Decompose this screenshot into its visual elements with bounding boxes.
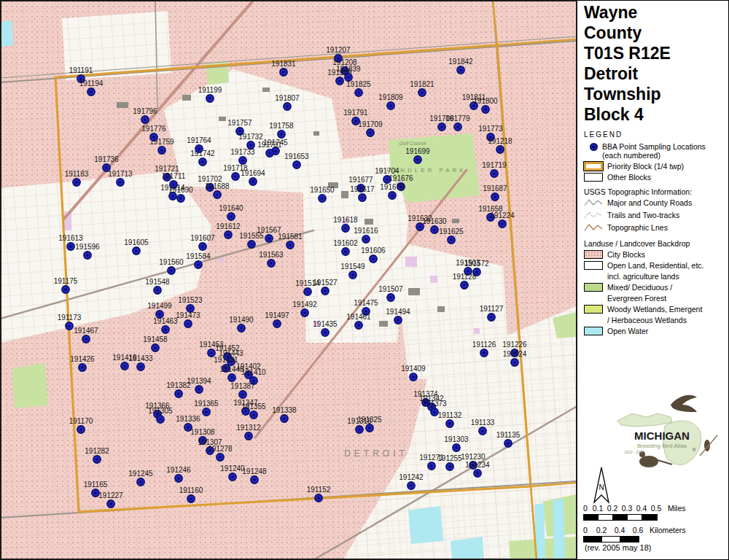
scalebar-unit: Miles xyxy=(668,504,686,513)
svg-text:191776: 191776 xyxy=(141,125,166,133)
svg-text:191653: 191653 xyxy=(284,152,309,160)
svg-text:191607: 191607 xyxy=(190,234,215,242)
svg-text:191839: 191839 xyxy=(336,65,361,73)
place-label: DETROIT xyxy=(344,448,408,459)
logo-years: 2002 - 2007 xyxy=(625,450,644,454)
svg-text:191732: 191732 xyxy=(238,133,263,141)
svg-text:191560: 191560 xyxy=(159,258,184,266)
svg-text:191613: 191613 xyxy=(58,234,83,242)
svg-text:191240: 191240 xyxy=(220,464,245,472)
logo-subtitle: Breeding Bird Atlas xyxy=(637,443,687,449)
svg-text:191549: 191549 xyxy=(340,262,365,271)
city-blocks-swatch xyxy=(584,250,603,259)
svg-text:191278: 191278 xyxy=(208,445,233,453)
svg-text:191527: 191527 xyxy=(313,279,338,287)
svg-text:191490: 191490 xyxy=(229,316,254,324)
svg-text:191618: 191618 xyxy=(333,216,358,224)
svg-text:191736: 191736 xyxy=(94,155,119,163)
usgs-heading: USGS Topographic Information: xyxy=(584,187,727,196)
topo-line-icon xyxy=(584,223,603,233)
scalebar-unit: Kilometers xyxy=(650,526,686,534)
place-label: Golf Course xyxy=(399,141,426,146)
svg-text:191690: 191690 xyxy=(168,186,193,194)
legend-label: BBA Point Sampling Locations (each numbe… xyxy=(602,142,706,160)
legend-item-bba-points: BBA Point Sampling Locations (each numbe… xyxy=(584,142,727,160)
legend-item-forest: Mixed/ Deciduous / xyxy=(584,283,727,292)
topo-map[interactable]: Golf CourseCHANDLER PARKDETROIT 19119119… xyxy=(0,0,577,560)
scalebar-cell xyxy=(628,515,642,520)
svg-text:191758: 191758 xyxy=(269,122,294,130)
wetland-swatch xyxy=(584,305,603,314)
side-panel: Wayne County T01S R12E Detroit Township … xyxy=(577,0,729,560)
priority-block-swatch xyxy=(584,162,603,171)
legend-item-wetland: Woody Wetlands, Emergent xyxy=(584,305,727,314)
scalebar-tick: 0 xyxy=(583,526,588,534)
svg-text:191135: 191135 xyxy=(496,431,521,439)
svg-text:191676: 191676 xyxy=(389,174,413,182)
legend-label: Woody Wetlands, Emergent xyxy=(607,305,702,314)
svg-text:191336: 191336 xyxy=(176,415,200,423)
svg-text:191173: 191173 xyxy=(58,314,82,322)
legend-item-open-water: Open Water xyxy=(584,327,727,335)
svg-text:191133: 191133 xyxy=(471,419,495,427)
svg-text:191584: 191584 xyxy=(186,252,211,260)
svg-text:191475: 191475 xyxy=(354,299,378,307)
scalebar-cell xyxy=(584,515,599,520)
svg-text:191124: 191124 xyxy=(503,350,527,358)
scalebar-miles-ticks: 00.10.20.30.40.5Miles xyxy=(583,504,728,513)
title-line: Block 4 xyxy=(584,104,671,125)
legend: BBA Point Sampling Locations (each numbe… xyxy=(584,142,727,338)
svg-text:191640: 191640 xyxy=(219,204,243,212)
svg-text:191709: 191709 xyxy=(358,120,383,128)
svg-text:191807: 191807 xyxy=(275,94,300,102)
pheasant-icon xyxy=(639,456,658,467)
svg-text:191800: 191800 xyxy=(473,97,498,105)
legend-item-trails: Trails and Two-tracks xyxy=(584,211,727,221)
svg-text:191677: 191677 xyxy=(348,176,373,184)
legend-label: Trails and Two-tracks xyxy=(607,211,679,219)
svg-text:191230: 191230 xyxy=(461,453,486,461)
legend-item-topo-lines: Topographic Lnes xyxy=(584,223,727,233)
svg-text:191596: 191596 xyxy=(75,243,100,251)
svg-text:191194: 191194 xyxy=(79,79,104,88)
svg-text:191409: 191409 xyxy=(401,365,426,373)
scalebar-km-bar xyxy=(583,536,639,542)
svg-text:191128: 191128 xyxy=(453,273,477,281)
svg-text:191355: 191355 xyxy=(241,402,266,411)
svg-text:191305: 191305 xyxy=(148,407,173,415)
svg-text:191246: 191246 xyxy=(166,466,191,474)
svg-text:191842: 191842 xyxy=(448,58,473,66)
forest-label-2: Evergreen Forest xyxy=(607,294,727,303)
scalebar-miles-bar xyxy=(583,514,658,521)
bba-point-icon xyxy=(590,143,598,151)
svg-text:191126: 191126 xyxy=(472,341,496,349)
svg-text:191183: 191183 xyxy=(65,170,89,178)
svg-text:191467: 191467 xyxy=(74,327,98,335)
open-land-label-2: incl. agriculture lands xyxy=(607,272,727,281)
svg-text:191461: 191461 xyxy=(346,313,371,321)
svg-text:191494: 191494 xyxy=(386,308,410,316)
legend-label: Topographic Lnes xyxy=(607,223,668,232)
svg-text:191605: 191605 xyxy=(124,238,149,246)
svg-text:191132: 191132 xyxy=(438,411,462,419)
svg-text:191821: 191821 xyxy=(410,80,434,88)
svg-text:191507: 191507 xyxy=(378,285,403,293)
svg-text:191602: 191602 xyxy=(333,239,358,247)
svg-text:191303: 191303 xyxy=(444,435,469,443)
michigan-bba-logo: MICHIGAN Breeding Bird Atlas 2002 - 2007… xyxy=(614,393,723,482)
svg-text:191650: 191650 xyxy=(310,186,335,194)
scalebar-cell xyxy=(599,515,613,520)
scalebar-cell xyxy=(642,515,657,520)
svg-text:191548: 191548 xyxy=(145,278,170,286)
svg-text:191809: 191809 xyxy=(378,93,403,101)
logo-title: MICHIGAN xyxy=(634,429,690,442)
svg-text:191433: 191433 xyxy=(128,354,153,362)
trails-line-icon xyxy=(584,211,603,221)
svg-text:191731: 191731 xyxy=(257,141,282,149)
legend-label: Priority Block (1/4 twp) xyxy=(607,162,684,171)
scalebar-tick: 0 xyxy=(583,504,588,513)
svg-text:191175: 191175 xyxy=(54,277,78,285)
svg-text:191410: 191410 xyxy=(241,368,266,376)
svg-text:191308: 191308 xyxy=(190,428,215,436)
map-canvas: Golf CourseCHANDLER PARKDETROIT 19119119… xyxy=(0,0,577,560)
